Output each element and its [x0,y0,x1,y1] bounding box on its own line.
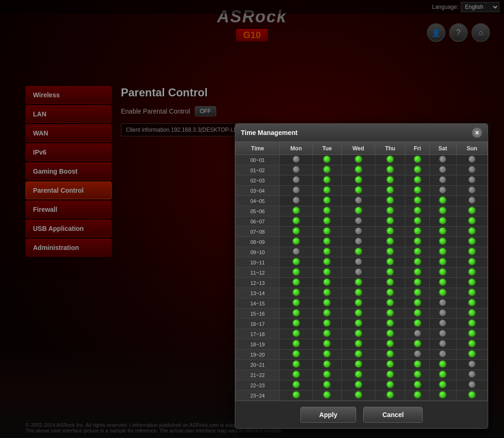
dot-green[interactable] [414,391,421,398]
dot-gray[interactable] [414,350,421,357]
dot-green[interactable] [414,269,421,275]
dot-cell[interactable] [312,196,341,206]
dot-green[interactable] [293,299,299,306]
dot-green[interactable] [387,258,393,265]
dot-green[interactable] [439,197,446,203]
dot-green[interactable] [439,289,446,296]
dot-cell[interactable] [457,278,488,288]
dot-green[interactable] [387,320,393,326]
dot-green[interactable] [414,361,421,367]
dot-green[interactable] [324,361,330,367]
dot-cell[interactable] [429,268,456,278]
dot-cell[interactable] [457,309,488,319]
dot-cell[interactable] [405,206,429,216]
dot-green[interactable] [324,269,330,275]
dot-green[interactable] [414,228,421,234]
dot-cell[interactable] [279,247,312,257]
dot-cell[interactable] [405,155,429,165]
dot-gray[interactable] [439,330,446,337]
dot-gray[interactable] [439,320,446,326]
dot-cell[interactable] [429,298,456,309]
dot-cell[interactable] [342,380,375,391]
dot-cell[interactable] [375,391,405,401]
dot-green[interactable] [414,381,421,388]
dot-gray[interactable] [293,187,299,193]
dot-green[interactable] [324,330,330,337]
dot-green[interactable] [469,279,475,285]
dot-cell[interactable] [312,391,341,401]
dot-cell[interactable] [457,247,488,257]
dot-gray[interactable] [439,350,446,357]
dot-cell[interactable] [429,319,456,329]
dot-cell[interactable] [457,257,488,268]
dot-cell[interactable] [312,319,341,329]
dot-green[interactable] [414,310,421,316]
dot-green[interactable] [355,391,362,398]
dot-green[interactable] [355,381,362,388]
dot-green[interactable] [324,310,330,316]
dot-cell[interactable] [429,155,456,165]
dot-cell[interactable] [405,175,429,186]
dot-cell[interactable] [405,319,429,329]
dot-green[interactable] [293,350,299,357]
dot-green[interactable] [355,320,362,326]
dot-cell[interactable] [342,155,375,165]
dot-green[interactable] [469,228,475,234]
dot-cell[interactable] [342,298,375,309]
dot-cell[interactable] [342,257,375,268]
dot-cell[interactable] [312,155,341,165]
dot-cell[interactable] [405,288,429,298]
dot-gray[interactable] [439,176,446,183]
dot-cell[interactable] [279,155,312,165]
dot-cell[interactable] [375,247,405,257]
dot-green[interactable] [439,279,446,285]
dot-cell[interactable] [405,350,429,360]
dot-gray[interactable] [293,156,299,162]
dot-green[interactable] [293,340,299,347]
dot-cell[interactable] [279,186,312,196]
dot-cell[interactable] [375,237,405,247]
dot-cell[interactable] [405,278,429,288]
dot-gray[interactable] [469,156,475,162]
dot-green[interactable] [469,238,475,244]
dot-cell[interactable] [457,237,488,247]
dot-cell[interactable] [429,247,456,257]
dot-green[interactable] [387,197,393,203]
dot-green[interactable] [293,228,299,234]
dot-cell[interactable] [457,206,488,216]
dot-cell[interactable] [375,186,405,196]
dot-green[interactable] [324,197,330,203]
dot-cell[interactable] [375,257,405,268]
dot-green[interactable] [439,248,446,255]
dot-gray[interactable] [469,166,475,173]
dot-green[interactable] [355,166,362,173]
dot-cell[interactable] [405,227,429,237]
dot-cell[interactable] [375,309,405,319]
dot-cell[interactable] [375,339,405,350]
dot-green[interactable] [414,197,421,203]
dot-cell[interactable] [405,380,429,391]
dot-green[interactable] [293,371,299,377]
dot-cell[interactable] [457,298,488,309]
dot-cell[interactable] [375,288,405,298]
dot-gray[interactable] [355,197,362,203]
dot-green[interactable] [414,299,421,306]
dot-cell[interactable] [279,227,312,237]
dot-cell[interactable] [312,247,341,257]
dot-cell[interactable] [312,257,341,268]
dot-green[interactable] [387,228,393,234]
dot-green[interactable] [414,371,421,377]
dot-gray[interactable] [293,197,299,203]
dot-cell[interactable] [429,329,456,339]
dot-green[interactable] [355,279,362,285]
dot-cell[interactable] [405,370,429,380]
dot-cell[interactable] [279,206,312,216]
dot-cell[interactable] [279,329,312,339]
dot-cell[interactable] [429,196,456,206]
dot-cell[interactable] [312,350,341,360]
dot-cell[interactable] [457,350,488,360]
dot-gray[interactable] [293,248,299,255]
dot-gray[interactable] [469,187,475,193]
dot-green[interactable] [324,176,330,183]
dot-green[interactable] [387,330,393,337]
